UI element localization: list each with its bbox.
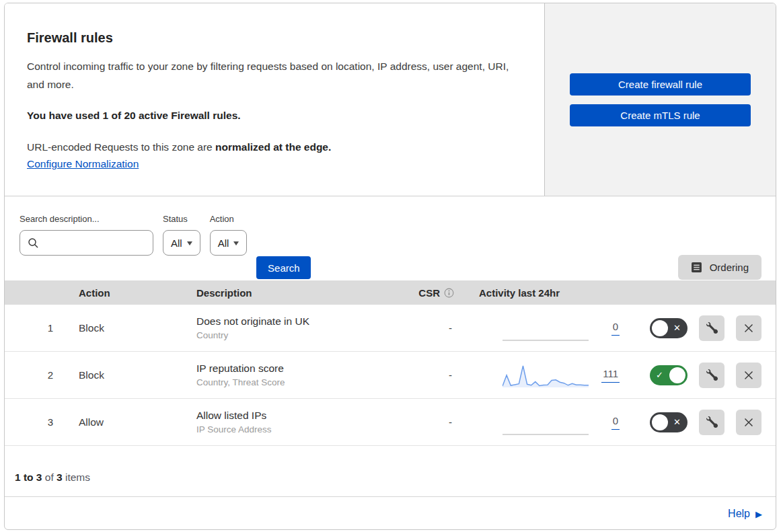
chevron-down-icon — [233, 241, 239, 245]
status-dropdown[interactable]: All — [163, 230, 200, 256]
filter-bar: Search description... Status All Action … — [5, 196, 776, 280]
page-title: Firewall rules — [27, 30, 517, 46]
x-icon: ✕ — [673, 324, 681, 332]
activity-sparkline — [503, 315, 589, 341]
status-value: All — [171, 237, 182, 249]
create-firewall-rule-button[interactable]: Create firewall rule — [570, 73, 751, 96]
close-icon — [743, 370, 754, 381]
wrench-icon — [706, 416, 718, 428]
search-icon — [28, 237, 39, 249]
table-row: 2 Block IP reputation score Country, Thr… — [5, 352, 776, 399]
normalization-text: URL-encoded Requests to this zone are — [27, 141, 213, 153]
rule-csr: - — [402, 322, 469, 334]
delete-rule-button[interactable] — [736, 315, 761, 341]
edit-rule-button[interactable] — [699, 363, 724, 388]
normalization-note: URL-encoded Requests to this zone are no… — [27, 141, 517, 153]
action-value: All — [218, 237, 229, 249]
chevron-down-icon — [187, 241, 192, 245]
info-icon[interactable] — [444, 288, 454, 298]
usage-summary: You have used 1 of 20 active Firewall ru… — [27, 110, 517, 122]
delete-rule-button[interactable] — [736, 363, 761, 388]
header-section: Firewall rules Control incoming traffic … — [5, 3, 776, 196]
col-activity: Activity last 24hr — [469, 287, 624, 299]
delete-rule-button[interactable] — [736, 410, 761, 435]
wrench-icon — [706, 322, 718, 334]
activity-sparkline — [503, 410, 589, 435]
activity-count-link[interactable]: 111 — [601, 368, 620, 383]
items-total: 3 — [57, 471, 63, 483]
rule-priority: 1 — [5, 322, 65, 334]
rule-action: Block — [65, 369, 180, 381]
page-description: Control incoming traffic to your zone by… — [27, 57, 511, 93]
header-text-block: Firewall rules Control incoming traffic … — [5, 3, 545, 196]
rule-description-cell: IP reputation score Country, Threat Scor… — [180, 363, 402, 387]
close-icon — [743, 417, 754, 428]
rule-criteria: Country — [196, 330, 402, 340]
wrench-icon — [706, 369, 718, 381]
toggle-knob — [652, 414, 668, 430]
rule-activity-cell: 111 — [469, 363, 624, 388]
check-icon: ✓ — [656, 371, 663, 379]
rule-csr: - — [402, 416, 469, 428]
rule-description: IP reputation score — [196, 363, 402, 375]
help-link[interactable]: Help ▶ — [728, 508, 762, 520]
rule-enable-toggle[interactable]: ✓ ✕ — [650, 365, 687, 385]
rule-criteria: IP Source Address — [196, 424, 402, 434]
arrow-right-icon: ▶ — [755, 510, 762, 519]
firewall-rules-card: Firewall rules Control incoming traffic … — [4, 3, 776, 530]
table-row: 1 Block Does not originate in UK Country… — [5, 305, 776, 352]
rule-activity-cell: 0 — [469, 410, 624, 435]
rule-controls: ✓ ✕ — [624, 315, 776, 341]
items-range: 1 to 3 — [15, 471, 42, 483]
col-csr: CSR — [402, 287, 469, 299]
activity-count-link[interactable]: 0 — [611, 415, 620, 430]
toggle-knob — [669, 367, 685, 383]
rule-csr: - — [402, 369, 469, 381]
edit-rule-button[interactable] — [699, 315, 724, 341]
items-text: items — [65, 471, 90, 483]
col-description: Description — [180, 287, 402, 299]
status-label: Status — [163, 214, 200, 224]
rule-controls: ✓ ✕ — [624, 410, 776, 435]
action-label: Action — [210, 214, 248, 224]
create-mtls-rule-button[interactable]: Create mTLS rule — [570, 104, 751, 126]
status-filter-group: Status All — [163, 214, 200, 256]
csr-label: CSR — [418, 287, 440, 299]
activity-count-link[interactable]: 0 — [611, 321, 620, 336]
ordering-list-icon — [691, 262, 702, 273]
x-icon: ✕ — [673, 418, 681, 426]
toggle-knob — [652, 320, 668, 336]
table-header: Action Description CSR Activity last 24h… — [5, 280, 776, 305]
normalization-bold: normalized at the edge. — [215, 141, 331, 153]
rule-action: Block — [65, 322, 180, 334]
rule-description: Allow listed IPs — [196, 410, 402, 422]
rule-enable-toggle[interactable]: ✓ ✕ — [650, 318, 687, 338]
rule-action: Allow — [65, 416, 180, 428]
activity-sparkline — [503, 363, 589, 388]
close-icon — [743, 323, 754, 334]
configure-normalization-link[interactable]: Configure Normalization — [27, 158, 139, 169]
ordering-button[interactable]: Ordering — [678, 255, 761, 280]
col-action: Action — [65, 287, 180, 299]
rule-activity-cell: 0 — [469, 315, 624, 341]
actions-panel: Create firewall rule Create mTLS rule — [545, 3, 776, 196]
search-button[interactable]: Search — [256, 256, 311, 279]
pagination-summary: 1 to 3 of 3 items — [5, 446, 776, 497]
rule-priority: 2 — [5, 369, 65, 381]
rule-criteria: Country, Threat Score — [196, 377, 402, 387]
rule-description-cell: Allow listed IPs IP Source Address — [180, 410, 402, 434]
of-text: of — [45, 471, 54, 483]
search-input[interactable] — [44, 237, 153, 249]
help-section: Help ▶ — [5, 497, 776, 530]
search-label: Search description... — [20, 214, 153, 224]
action-dropdown[interactable]: All — [210, 230, 248, 256]
rule-enable-toggle[interactable]: ✓ ✕ — [650, 412, 687, 432]
search-box — [20, 230, 153, 256]
edit-rule-button[interactable] — [699, 410, 724, 435]
help-label: Help — [728, 508, 750, 520]
action-filter-group: Action All — [210, 214, 248, 256]
rule-description: Does not originate in UK — [196, 315, 402, 328]
search-group: Search description... — [20, 214, 153, 256]
ordering-label: Ordering — [710, 262, 749, 273]
rule-controls: ✓ ✕ — [624, 363, 776, 388]
